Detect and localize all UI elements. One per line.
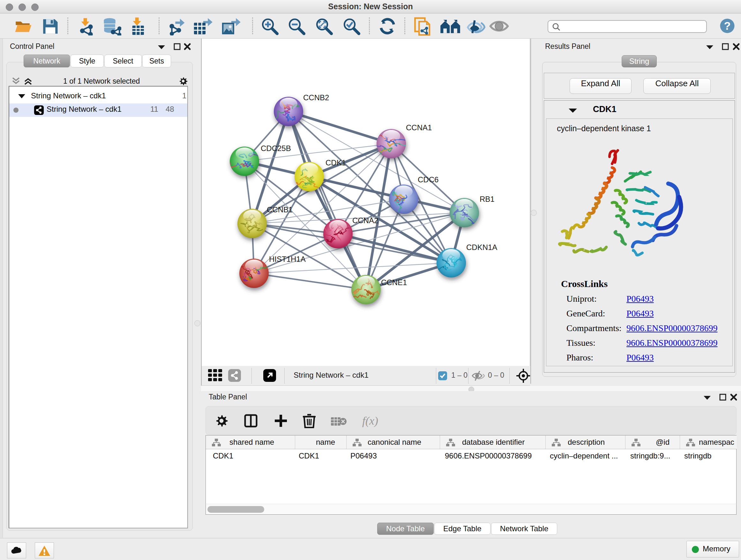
svg-text:HIST1H1A: HIST1H1A (269, 255, 306, 263)
svg-text:CCNB2: CCNB2 (303, 93, 329, 102)
svg-text:CCNA1: CCNA1 (406, 123, 432, 132)
svg-text:CCNE1: CCNE1 (381, 278, 407, 287)
svg-text:f(x): f(x) (362, 415, 378, 427)
svg-text:CDKN1A: CDKN1A (466, 243, 497, 252)
svg-text:?: ? (724, 20, 731, 32)
svg-text:CDC25B: CDC25B (261, 144, 291, 152)
svg-text:RB1: RB1 (480, 195, 495, 203)
svg-text:CCNA2: CCNA2 (352, 216, 378, 225)
svg-text:CDK1: CDK1 (326, 159, 346, 167)
svg-text:CDC6: CDC6 (418, 175, 439, 184)
svg-text:CCNB1: CCNB1 (267, 205, 293, 214)
